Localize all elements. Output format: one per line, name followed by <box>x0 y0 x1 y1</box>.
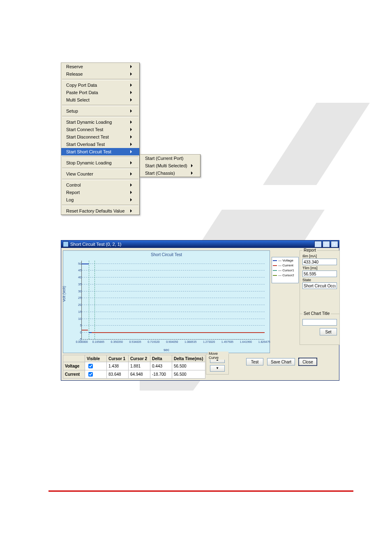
move-curve-label: Move Curve <box>208 352 228 360</box>
window-title: Short Circuit Test (0, 2, 1) <box>70 242 122 247</box>
window-button-bar: Test Save Chart Close <box>246 358 319 365</box>
minimize-button[interactable]: _ <box>314 241 322 247</box>
y-axis-label: Volt (Volt) <box>62 286 66 302</box>
chart-title-input[interactable] <box>302 319 337 326</box>
titlebar[interactable]: Short Circuit Test (0, 2, 1) _ □ × <box>61 240 339 248</box>
context-menu-sub[interactable]: Start (Current Port)Start (Multi Selecte… <box>140 154 201 177</box>
menu-item[interactable]: Start Connect Test <box>61 126 139 133</box>
table-row: Current83.64864.948-18.70056.500 <box>63 370 205 379</box>
submenu-arrow-icon <box>130 109 132 113</box>
submenu-item[interactable]: Start (Chassis) <box>140 169 200 177</box>
menu-item[interactable]: Control <box>61 181 139 189</box>
submenu-arrow-icon <box>130 198 132 201</box>
menu-item[interactable]: View Counter <box>61 170 139 178</box>
table-header: Visible <box>85 355 107 362</box>
menu-item[interactable]: Report <box>61 189 139 196</box>
state-label: State <box>302 278 337 282</box>
state-field[interactable] <box>302 282 337 289</box>
submenu-arrow-icon <box>130 172 132 176</box>
submenu-arrow-icon <box>130 135 132 139</box>
table-header: Delta <box>150 355 172 362</box>
chart-area[interactable]: Short Circuit Test Volt (Volt) sec -5051… <box>63 250 270 353</box>
submenu-arrow-icon <box>130 128 132 131</box>
submenu-item[interactable]: Start (Multi Selected) <box>140 162 200 169</box>
table-header: Delta Time(ms) <box>172 355 205 362</box>
ilim-label: Ilim [mA] <box>302 254 337 258</box>
window-icon <box>63 241 69 247</box>
menu-item[interactable]: Start Overload Test <box>61 141 139 148</box>
menu-item[interactable]: Setup <box>61 107 139 115</box>
submenu-arrow-icon <box>130 91 132 94</box>
chart-title: Short Circuit Test <box>63 252 270 257</box>
set-button[interactable]: Set <box>320 328 337 335</box>
page-divider <box>48 490 353 492</box>
test-button[interactable]: Test <box>246 358 263 365</box>
close-button[interactable]: Close <box>299 358 317 365</box>
submenu-arrow-icon <box>130 83 132 87</box>
submenu-arrow-icon <box>130 191 132 194</box>
short-circuit-test-window: Short Circuit Test (0, 2, 1) _ □ × Short… <box>61 240 339 381</box>
table-row: Voltage1.4381.8810.44356.500 <box>63 362 205 370</box>
set-title-group-label: Set Chart Title <box>302 311 331 316</box>
menu-item[interactable]: Start Short Circuit Test <box>61 148 139 155</box>
menu-item[interactable]: Start Disconnect Test <box>61 133 139 141</box>
report-group-label: Report <box>302 248 317 252</box>
cursor-table: VisibleCursor 1Cursor 2DeltaDelta Time(m… <box>63 355 205 379</box>
visible-checkbox[interactable] <box>88 372 93 377</box>
submenu-item[interactable]: Start (Current Port) <box>140 155 200 162</box>
menu-item[interactable]: Reset Factory Defaults Value <box>61 207 139 215</box>
maximize-button[interactable]: □ <box>323 241 330 247</box>
move-curve-group: Move Curve ▲ ▼ <box>206 354 229 375</box>
visible-checkbox[interactable] <box>88 364 93 368</box>
save-chart-button[interactable]: Save Chart <box>267 358 295 365</box>
submenu-arrow-icon <box>130 120 132 124</box>
set-chart-title-group: Set Chart Title Set <box>300 314 340 345</box>
menu-item[interactable]: Release <box>61 70 139 78</box>
close-window-button[interactable]: × <box>331 241 338 247</box>
tlim-field[interactable] <box>302 271 337 277</box>
submenu-arrow-icon <box>191 171 193 175</box>
menu-item[interactable]: Start Dynamic Loading <box>61 118 139 126</box>
submenu-arrow-icon <box>130 183 132 187</box>
chart-legend: — Voltage— Current— Cursor1— Cursor2 <box>272 257 299 283</box>
submenu-arrow-icon <box>130 150 132 153</box>
table-header <box>63 355 85 362</box>
menu-item[interactable]: Stop Dynamic Loading <box>61 159 139 166</box>
menu-item[interactable]: Reserve <box>61 63 139 70</box>
svg-marker-0 <box>263 103 370 185</box>
submenu-arrow-icon <box>130 143 132 146</box>
submenu-arrow-icon <box>191 164 193 167</box>
tlim-label: Tlim [ms] <box>302 266 337 270</box>
move-down-button[interactable]: ▼ <box>210 365 225 372</box>
menu-item[interactable]: Copy Port Data <box>61 81 139 89</box>
menu-item[interactable]: Paste Port Data <box>61 89 139 96</box>
context-menu-main[interactable]: ReserveReleaseCopy Port DataPaste Port D… <box>61 62 140 215</box>
submenu-arrow-icon <box>130 65 132 68</box>
submenu-arrow-icon <box>130 161 132 164</box>
submenu-arrow-icon <box>130 72 132 76</box>
table-header: Cursor 1 <box>107 355 129 362</box>
menu-item[interactable]: Log <box>61 196 139 204</box>
submenu-arrow-icon <box>130 98 132 102</box>
ilim-field[interactable] <box>302 259 337 265</box>
submenu-arrow-icon <box>130 209 132 213</box>
report-group: Report Ilim [mA] Tlim [ms] State <box>300 250 340 319</box>
x-axis-label: sec <box>63 348 270 352</box>
table-header: Cursor 2 <box>129 355 150 362</box>
menu-item[interactable]: Multi Select <box>61 96 139 104</box>
